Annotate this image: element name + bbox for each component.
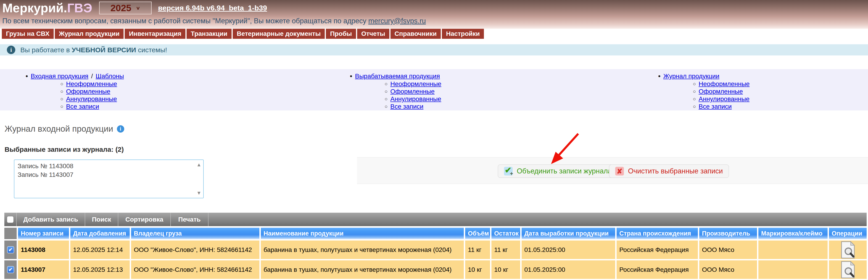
- cell-product-name: баранина в тушах, полутушах и четвертина…: [261, 241, 464, 259]
- tab-inventarizaciya[interactable]: Инвентаризация: [125, 29, 185, 39]
- list-item: ○Неоформленные: [384, 80, 441, 88]
- link-oformlennye[interactable]: Оформленные: [390, 88, 435, 95]
- tab-zhurnal-produkcii[interactable]: Журнал продукции: [55, 29, 124, 39]
- add-record-button[interactable]: Добавить запись: [17, 213, 85, 226]
- link-vhodnaya-produkciya[interactable]: Входная продукция: [31, 72, 88, 80]
- bullet-icon: ○: [60, 80, 63, 88]
- link-annulirovannye[interactable]: Аннулированные: [699, 95, 749, 103]
- scroll-down-icon[interactable]: ▼: [196, 190, 202, 196]
- selected-records-listbox[interactable]: Запись № 1143008 Запись № 1143007 ▲ ▼: [14, 160, 204, 198]
- column-header-number[interactable]: Номер записи: [18, 228, 69, 239]
- support-email-link[interactable]: mercury@fsvps.ru: [368, 17, 426, 25]
- scroll-up-icon[interactable]: ▲: [196, 162, 202, 168]
- column-header-marking[interactable]: Маркировка/клеймо: [758, 228, 828, 239]
- column-header-cargo-owner[interactable]: Владелец груза: [131, 228, 259, 239]
- bullet-icon: ○: [60, 95, 63, 103]
- top-banner: Меркурий.ГВЭ 2025 ∨ версия 6.94b v6.94_b…: [0, 0, 868, 29]
- bullet-icon: •: [350, 72, 352, 80]
- select-all-cell: [4, 213, 17, 226]
- tab-gruzy-na-svh[interactable]: Грузы на СВХ: [2, 29, 54, 39]
- row-checkbox-cell: ✔: [4, 260, 17, 279]
- year-select-value: 2025: [111, 3, 131, 13]
- cell-origin-country: Российская Федерация: [617, 241, 698, 259]
- search-button[interactable]: Поиск: [85, 213, 118, 226]
- row-checkbox-cell: ✔: [4, 241, 17, 259]
- scrollbar[interactable]: ▲ ▼: [194, 161, 203, 198]
- link-annulirovannye[interactable]: Аннулированные: [66, 95, 117, 103]
- merge-journal-records-button[interactable]: ✔ + Объединить записи журнала: [498, 165, 618, 178]
- column-header-origin-country[interactable]: Страна происхождения: [617, 228, 698, 239]
- link-annulirovannye[interactable]: Аннулированные: [390, 95, 441, 103]
- column-header-rest[interactable]: Остаток: [491, 228, 520, 239]
- link-neoformlennye[interactable]: Неоформленные: [390, 80, 441, 88]
- header-checkbox-column: [4, 228, 17, 239]
- tab-tranzakcii[interactable]: Транзакции: [187, 29, 231, 39]
- link-neoformlennye[interactable]: Неоформленные: [66, 80, 117, 88]
- info-icon[interactable]: i: [117, 125, 124, 133]
- select-all-checkbox[interactable]: [7, 216, 14, 223]
- list-item: ○Все записи: [384, 103, 441, 110]
- view-record-icon[interactable]: [841, 261, 855, 278]
- cell-cargo-owner: ООО "Живое-Слово", ИНН: 5824661142: [131, 241, 259, 259]
- bullet-icon: •: [26, 72, 28, 80]
- training-version-notice: i Вы работаете в УЧЕБНОЙ ВЕРСИИ системы!: [0, 44, 868, 56]
- link-vse-zapisi[interactable]: Все записи: [66, 103, 99, 110]
- clear-selected-records-button[interactable]: ✘ Очистить выбранные записи: [609, 165, 729, 178]
- tab-veterinarnye-dokumenty[interactable]: Ветеринарные документы: [233, 29, 325, 39]
- cell-operations: [829, 241, 867, 259]
- link-vyrabatyvaemaya-produkciya[interactable]: Вырабатываемая продукция: [355, 72, 440, 80]
- column-header-operations: Операции: [829, 228, 867, 239]
- toolbar-filler: [209, 213, 867, 226]
- column-header-product-name[interactable]: Наименование продукции: [261, 228, 464, 239]
- column-header-production-date[interactable]: Дата выработки продукции: [522, 228, 615, 239]
- version-link[interactable]: версия 6.94b v6.94_beta_1-b39: [158, 4, 267, 12]
- row-checkbox-checked[interactable]: ✔: [7, 246, 14, 253]
- print-button[interactable]: Печать: [171, 213, 209, 226]
- cell-producer: ООО Мясо: [699, 260, 757, 279]
- quick-links-panel: • Входная продукция / Шаблоны ○Неоформле…: [0, 69, 868, 110]
- selected-records-label: Выбранные записи из журнала: (2): [5, 146, 868, 153]
- cell-marking: [758, 260, 828, 279]
- sort-button[interactable]: Сортировка: [118, 213, 171, 226]
- cell-rest: 10 кг: [491, 260, 520, 279]
- cell-cargo-owner: ООО "Живое-Слово", ИНН: 5824661142: [131, 260, 259, 279]
- column-header-producer[interactable]: Производитель: [699, 228, 757, 239]
- cell-date-added: 12.05.2025 12:14: [70, 241, 130, 259]
- list-item[interactable]: Запись № 1143008: [18, 162, 192, 171]
- tab-nastroyki[interactable]: Настройки: [442, 29, 484, 39]
- tab-spravochniki[interactable]: Справочники: [391, 29, 441, 39]
- link-shablony[interactable]: Шаблоны: [96, 72, 124, 80]
- cell-date-added: 12.05.2025 12:13: [70, 260, 130, 279]
- table-toolbar: Добавить запись Поиск Сортировка Печать: [4, 213, 867, 226]
- cell-production-date: 01.05.2025:00: [522, 260, 615, 279]
- year-select[interactable]: 2025 ∨: [99, 2, 152, 14]
- link-zhurnal-produkcii[interactable]: Журнал продукции: [663, 72, 719, 80]
- main-nav: Грузы на СВХ Журнал продукции Инвентариз…: [0, 29, 868, 39]
- notice-text: Вы работаете в УЧЕБНОЙ ВЕРСИИ системы!: [20, 46, 167, 54]
- list-item: ○Все записи: [693, 103, 750, 110]
- tab-proby[interactable]: Пробы: [326, 29, 356, 39]
- cell-rest: 11 кг: [491, 241, 520, 259]
- cell-record-number: 1143008: [18, 241, 69, 259]
- column-header-volume[interactable]: Объём: [465, 228, 490, 239]
- quick-links-produced-products: • Вырабатываемая продукция ○Неоформленны…: [350, 72, 441, 110]
- list-item[interactable]: Запись № 1143007: [18, 171, 192, 179]
- app-logo-suffix: ГВЭ: [67, 1, 92, 15]
- cell-origin-country: Российская Федерация: [617, 260, 698, 279]
- tab-otchety[interactable]: Отчеты: [357, 29, 390, 39]
- column-header-date-added[interactable]: Дата добавления: [70, 228, 130, 239]
- journal-table: Добавить запись Поиск Сортировка Печать …: [3, 213, 867, 279]
- link-vse-zapisi[interactable]: Все записи: [390, 103, 423, 110]
- link-oformlennye[interactable]: Оформленные: [66, 88, 110, 95]
- list-item: ○Неоформленные: [693, 80, 750, 88]
- bullet-icon: ○: [384, 80, 388, 88]
- link-vse-zapisi[interactable]: Все записи: [699, 103, 732, 110]
- view-record-icon[interactable]: [841, 241, 855, 258]
- row-checkbox-checked[interactable]: ✔: [7, 266, 14, 273]
- link-neoformlennye[interactable]: Неоформленные: [699, 80, 749, 88]
- link-oformlennye[interactable]: Оформленные: [699, 88, 743, 95]
- bullet-icon: ○: [693, 95, 696, 103]
- quick-links-product-journal: • Журнал продукции ○Неоформленные ○Оформ…: [658, 72, 750, 110]
- merge-button-label: Объединить записи журнала: [517, 167, 612, 175]
- bullet-icon: •: [658, 72, 661, 80]
